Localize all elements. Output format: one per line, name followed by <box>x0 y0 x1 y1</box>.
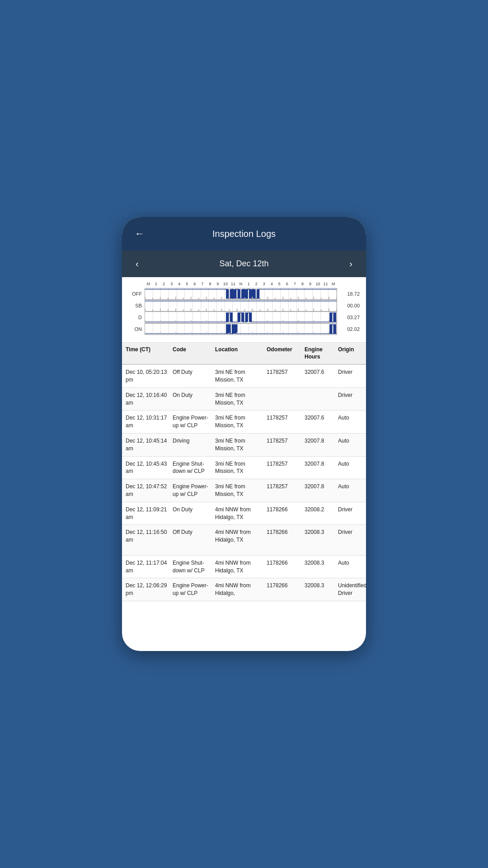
cell-origin: Driver <box>338 368 366 384</box>
cell-code: Engine Power-up w/ CLP <box>173 582 213 597</box>
cell-odometer: 1178257 <box>267 483 303 498</box>
time-label: 6 <box>283 282 291 286</box>
cell-odometer: 1178257 <box>267 368 303 384</box>
cell-location: 3mi NE from Mission, TX <box>215 483 265 498</box>
cell-time: Dec 12, 11:16:50 am <box>126 528 171 551</box>
chart-time-labels: M 1 2 3 4 5 6 7 8 9 10 11 N 1 2 3 4 5 6 … <box>145 282 337 286</box>
cell-code: Off Duty <box>173 528 213 551</box>
phone-shell: ← Inspection Logs ‹ Sat, Dec 12th › M 1 … <box>122 217 366 651</box>
time-label: 8 <box>299 282 306 286</box>
cell-engine-hours: 32007.8 <box>305 483 336 498</box>
cell-origin: Auto <box>338 460 366 476</box>
cell-location: 3mi NE from Mission, TX <box>215 392 265 407</box>
chart-value-sb: 00.00 <box>337 303 360 308</box>
cell-origin: Auto <box>338 437 366 453</box>
cell-origin: Auto <box>338 414 366 429</box>
cell-origin: Driver <box>338 528 366 551</box>
cell-odometer: 1178257 <box>267 437 303 453</box>
cell-code: Engine Shut-down w/ CLP <box>173 460 213 476</box>
table-row[interactable]: Dec 12, 12:06:29 pmEngine Power-up w/ CL… <box>122 578 366 601</box>
time-label: M <box>145 282 152 286</box>
cell-code: Engine Power-up w/ CLP <box>173 483 213 498</box>
table-row[interactable]: Dec 10, 05:20:13 pmOff Duty3mi NE from M… <box>122 365 366 388</box>
table-row[interactable]: Dec 12, 10:47:52 amEngine Power-up w/ CL… <box>122 479 366 502</box>
next-date-button[interactable]: › <box>345 257 357 271</box>
chart-label-d: D <box>128 315 145 320</box>
cell-code: Off Duty <box>173 368 213 384</box>
chart-track-off <box>145 288 337 300</box>
cell-engine-hours: 32007.6 <box>305 368 336 384</box>
cell-odometer: 1178266 <box>267 582 303 597</box>
chart-row-off: OFF <box>128 288 360 300</box>
cell-location: 4mi NNW from Hidalgo, <box>215 582 265 597</box>
chart-track-sb <box>145 300 337 311</box>
cell-odometer: 1178266 <box>267 528 303 551</box>
cell-origin: Unidentified Driver <box>338 582 366 597</box>
time-label: 6 <box>191 282 198 286</box>
chart-track-d <box>145 311 337 323</box>
table-row[interactable]: Dec 12, 11:17:04 amEngine Shut-down w/ C… <box>122 556 366 579</box>
time-label: 3 <box>168 282 175 286</box>
cell-location: 4mi NNW from Hidalgo, TX <box>215 506 265 521</box>
cell-odometer: 1178266 <box>267 506 303 521</box>
cell-engine-hours: 32008.3 <box>305 582 336 597</box>
cell-origin: Driver <box>338 506 366 521</box>
cell-location: 3mi NE from Mission, TX <box>215 437 265 453</box>
time-label: 8 <box>206 282 214 286</box>
table-row[interactable]: Dec 12, 11:09:21 amOn Duty4mi NNW from H… <box>122 502 366 525</box>
chart-value-off: 18.72 <box>337 291 360 297</box>
table-row[interactable]: Dec 12, 10:31:17 amEngine Power-up w/ CL… <box>122 410 366 434</box>
cell-origin: Auto <box>338 559 366 575</box>
time-label: 2 <box>253 282 260 286</box>
chart-label-off: OFF <box>128 291 145 297</box>
cell-engine-hours: 32008.3 <box>305 528 336 551</box>
time-label: 11 <box>230 282 237 286</box>
chart-label-on: ON <box>128 326 145 332</box>
cell-time: Dec 12, 10:47:52 am <box>126 483 171 498</box>
cell-engine-hours: 32007.8 <box>305 437 336 453</box>
cell-origin: Driver <box>338 392 366 407</box>
time-label: 9 <box>214 282 221 286</box>
col-header-origin: Origin <box>338 346 366 360</box>
time-label: 2 <box>160 282 168 286</box>
time-label: 5 <box>183 282 191 286</box>
table-row[interactable]: Dec 12, 10:16:40 amOn Duty3mi NE from Mi… <box>122 388 366 411</box>
cell-time: Dec 10, 05:20:13 pm <box>126 368 171 384</box>
date-nav: ‹ Sat, Dec 12th › <box>122 250 366 277</box>
time-label: 11 <box>322 282 329 286</box>
cell-time: Dec 12, 10:45:43 am <box>126 460 171 476</box>
time-label: 5 <box>276 282 283 286</box>
time-label: 4 <box>268 282 276 286</box>
cell-time: Dec 12, 11:17:04 am <box>126 559 171 575</box>
time-label: 3 <box>260 282 268 286</box>
cell-engine-hours: 32008.2 <box>305 506 336 521</box>
table-body: Dec 10, 05:20:13 pmOff Duty3mi NE from M… <box>122 365 366 601</box>
cell-engine-hours: 32007.6 <box>305 414 336 429</box>
cell-engine-hours: 32007.8 <box>305 460 336 476</box>
cell-time: Dec 12, 10:31:17 am <box>126 414 171 429</box>
cell-location: 3mi NE from Mission, TX <box>215 460 265 476</box>
table-row[interactable]: Dec 12, 10:45:43 amEngine Shut-down w/ C… <box>122 457 366 480</box>
page-title: Inspection Logs <box>212 229 276 239</box>
prev-date-button[interactable]: ‹ <box>131 257 143 271</box>
date-nav-title: Sat, Dec 12th <box>219 259 268 269</box>
cell-code: Engine Shut-down w/ CLP <box>173 559 213 575</box>
cell-origin: Auto <box>338 483 366 498</box>
chart-row-sb: SB <box>128 300 360 311</box>
chart-row-on: ON <box>128 323 360 335</box>
chart-row-d: D <box>128 311 360 323</box>
back-button[interactable]: ← <box>131 226 148 241</box>
time-label: M <box>329 282 337 286</box>
cell-engine-hours <box>305 392 336 407</box>
col-header-odometer: Odometer <box>267 346 303 360</box>
time-label: 10 <box>221 282 229 286</box>
cell-code: On Duty <box>173 392 213 407</box>
table-row[interactable]: Dec 12, 11:16:50 amOff Duty4mi NNW from … <box>122 525 366 555</box>
log-table: Time (CT) Code Location Odometer Engine … <box>122 343 366 601</box>
table-row[interactable]: Dec 12, 10:45:14 amDriving3mi NE from Mi… <box>122 434 366 457</box>
col-header-engine-hours: Engine Hours <box>305 346 336 360</box>
cell-time: Dec 12, 12:06:29 pm <box>126 582 171 597</box>
header: ← Inspection Logs <box>122 217 366 250</box>
chart-track-on <box>145 323 337 335</box>
cell-odometer: 1178266 <box>267 559 303 575</box>
